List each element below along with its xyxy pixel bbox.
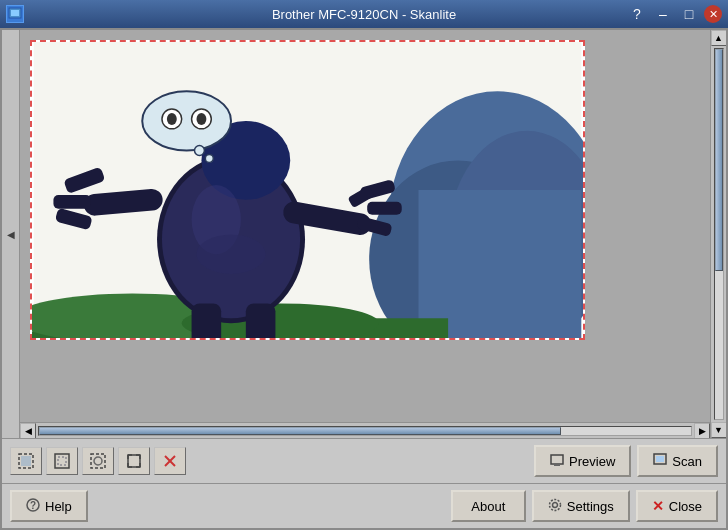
preview-container: ◀ ▶ <box>20 30 710 438</box>
scroll-down-button[interactable]: ▼ <box>711 422 727 438</box>
select-all-button[interactable] <box>10 447 42 475</box>
select-custom-button[interactable] <box>46 447 78 475</box>
close-label: Close <box>669 499 702 514</box>
bottom-bar: ? Help About Settings ✕ Close <box>2 483 726 528</box>
svg-point-40 <box>94 457 102 465</box>
scan-label: Scan <box>672 454 702 469</box>
close-button[interactable]: ✕ Close <box>636 490 718 522</box>
help-button[interactable]: ? Help <box>10 490 88 522</box>
minimize-button[interactable]: – <box>652 4 674 24</box>
svg-point-59 <box>549 499 560 510</box>
select-auto-button[interactable] <box>82 447 114 475</box>
content-area: ◀ <box>2 30 726 438</box>
svg-rect-53 <box>554 464 560 466</box>
svg-rect-52 <box>551 455 563 464</box>
settings-button[interactable]: Settings <box>532 490 630 522</box>
svg-point-20 <box>195 146 205 156</box>
scroll-up-button[interactable]: ▲ <box>711 30 727 46</box>
preview-button[interactable]: Preview <box>534 445 631 477</box>
artwork-svg <box>32 42 583 338</box>
scroll-left-button[interactable]: ◀ <box>20 423 36 439</box>
help-button[interactable]: ? <box>626 4 648 24</box>
scan-icon <box>653 453 667 470</box>
clear-selection-icon <box>161 452 179 470</box>
svg-rect-28 <box>367 202 402 215</box>
window-title: Brother MFC-9120CN - Skanlite <box>272 7 456 22</box>
maximize-button[interactable]: □ <box>678 4 700 24</box>
titlebar-left <box>6 5 24 23</box>
vertical-scrollbar[interactable]: ▲ ▼ <box>710 30 726 438</box>
scan-button[interactable]: Scan <box>637 445 718 477</box>
app-icon <box>6 5 24 23</box>
action-buttons: Preview Scan <box>534 445 718 477</box>
left-arrow-icon: ◀ <box>7 229 15 240</box>
svg-point-18 <box>167 113 177 125</box>
window-close-button[interactable]: ✕ <box>704 5 722 23</box>
svg-point-21 <box>205 154 213 162</box>
svg-point-58 <box>552 502 557 507</box>
zoom-fit-button[interactable] <box>118 447 150 475</box>
preview-label: Preview <box>569 454 615 469</box>
scroll-right-button[interactable]: ▶ <box>694 423 710 439</box>
close-icon: ✕ <box>652 498 664 514</box>
svg-point-34 <box>197 234 266 273</box>
preview-icon <box>550 453 564 470</box>
scan-image <box>30 40 585 340</box>
toolbar: Preview Scan <box>2 438 726 483</box>
svg-point-19 <box>197 113 207 125</box>
svg-rect-32 <box>246 303 276 338</box>
select-auto-icon <box>89 452 107 470</box>
help-label: Help <box>45 499 72 514</box>
svg-rect-7 <box>419 190 582 338</box>
svg-rect-38 <box>58 457 66 465</box>
help-icon: ? <box>26 498 40 515</box>
settings-icon <box>548 498 562 515</box>
vertical-scroll-thumb[interactable] <box>715 49 723 271</box>
horizontal-scroll-track[interactable] <box>38 426 692 436</box>
clear-selection-button[interactable] <box>154 447 186 475</box>
svg-rect-41 <box>128 455 140 467</box>
main-window: ◀ <box>0 28 728 530</box>
titlebar: Brother MFC-9120CN - Skanlite ? – □ ✕ <box>0 0 728 28</box>
svg-rect-36 <box>21 456 31 466</box>
scan-canvas <box>20 30 710 422</box>
svg-rect-55 <box>656 456 664 462</box>
svg-rect-37 <box>55 454 69 468</box>
select-custom-icon <box>53 452 71 470</box>
titlebar-controls: ? – □ ✕ <box>626 4 722 24</box>
select-all-icon <box>17 452 35 470</box>
about-button[interactable]: About <box>451 490 526 522</box>
svg-rect-1 <box>11 10 19 16</box>
svg-point-15 <box>142 91 231 150</box>
zoom-fit-icon <box>125 452 143 470</box>
horizontal-scroll-thumb[interactable] <box>39 427 561 435</box>
svg-rect-39 <box>91 454 105 468</box>
about-label: About <box>471 499 505 514</box>
horizontal-scrollbar[interactable]: ◀ ▶ <box>20 422 710 438</box>
svg-rect-24 <box>53 195 90 209</box>
svg-text:?: ? <box>30 500 36 511</box>
settings-label: Settings <box>567 499 614 514</box>
vertical-scroll-track[interactable] <box>714 48 724 420</box>
left-panel-toggle[interactable]: ◀ <box>2 30 20 438</box>
svg-rect-31 <box>192 303 222 338</box>
